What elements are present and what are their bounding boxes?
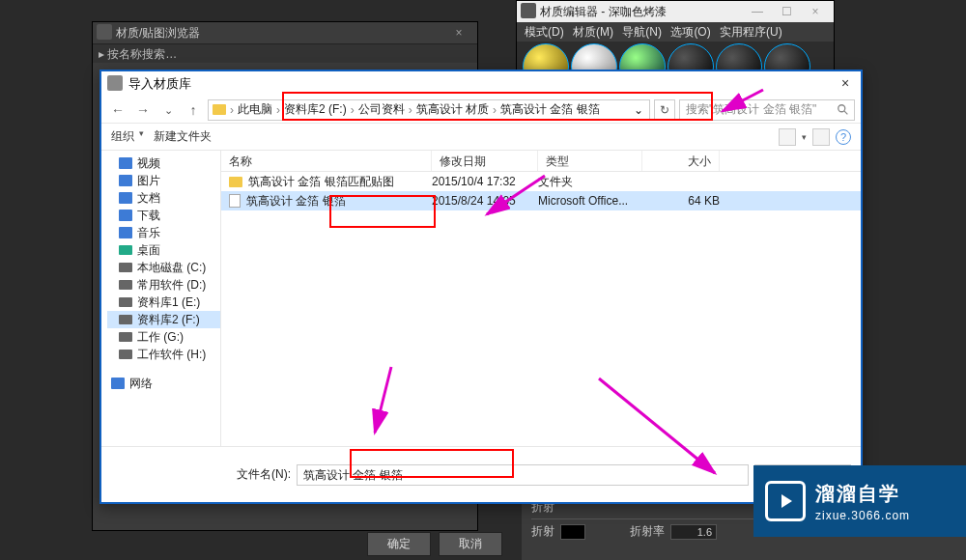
tree-item: 文档 <box>107 189 220 207</box>
drive-icon <box>119 263 132 272</box>
downloads-icon <box>119 210 132 221</box>
table-row[interactable]: 筑高设计 金箔 银箔匹配贴图 2015/10/4 17:32 文件夹 <box>221 172 861 191</box>
tree-item: 桌面 <box>107 241 220 259</box>
material-editor-menubar: 模式(D) 材质(M) 导航(N) 选项(O) 实用程序(U) <box>517 22 834 42</box>
tree-item-selected: 资料库2 (F:) <box>107 311 220 328</box>
maximize-icon[interactable]: ☐ <box>772 1 801 22</box>
dialog-titlebar: 导入材质库 × <box>101 71 861 97</box>
column-size[interactable]: 大小 <box>642 151 720 171</box>
watermark-line2: zixue.3066.com <box>815 509 910 522</box>
folder-tree[interactable]: 视频 图片 文档 下载 音乐 桌面 本地磁盘 (C:) 常用软件 (D:) 资料… <box>101 151 221 446</box>
app-icon <box>521 3 536 18</box>
breadcrumb-dropdown-icon[interactable]: ⌄ <box>628 103 649 117</box>
breadcrumb-segment[interactable]: 资料库2 (F:) <box>284 101 347 118</box>
material-browser-titlebar: 材质/贴图浏览器 × <box>93 22 477 43</box>
tree-item: 音乐 <box>107 224 220 241</box>
drive-icon <box>119 297 132 307</box>
tree-item: 常用软件 (D:) <box>107 276 220 294</box>
tree-item: 工作 (G:) <box>107 328 220 346</box>
search-placeholder: 搜索"筑高设计 金箔 银箔" <box>686 101 816 118</box>
tree-item: 工作软件 (H:) <box>107 346 220 363</box>
menu-navigation[interactable]: 导航(N) <box>622 25 662 39</box>
app-icon <box>107 75 123 91</box>
column-name[interactable]: 名称 <box>221 151 432 171</box>
tree-item: 本地磁盘 (C:) <box>107 259 220 276</box>
search-input[interactable]: 搜索"筑高设计 金箔 银箔" <box>679 99 855 121</box>
file-open-dialog: 导入材质库 × ← → ⌄ ↑ › 此电脑› 资料库2 (F:)› 公司资料› … <box>99 70 863 504</box>
file-list-header: 名称 修改日期 类型 大小 <box>221 151 861 172</box>
nav-back-button[interactable]: ← <box>107 99 128 121</box>
breadcrumb-segment[interactable]: 此电脑 <box>238 101 272 118</box>
dialog-title: 导入材质库 <box>128 76 191 91</box>
material-editor-window: 材质编辑器 - 深咖色烤漆 — ☐ × 模式(D) 材质(M) 导航(N) 选项… <box>516 0 835 71</box>
material-editor-title: 材质编辑器 - 深咖色烤漆 <box>540 5 667 18</box>
new-folder-button[interactable]: 新建文件夹 <box>154 128 212 145</box>
refraction-label: 折射 <box>531 523 554 540</box>
preview-pane-icon[interactable] <box>812 128 830 146</box>
drive-icon <box>119 332 132 342</box>
breadcrumb-segment[interactable]: 筑高设计 材质 <box>416 101 489 118</box>
document-icon <box>229 194 241 208</box>
ok-button[interactable]: 确定 <box>367 532 431 556</box>
breadcrumb-segment[interactable]: 公司资料 <box>358 101 405 118</box>
watermark: 溜溜自学 zixue.3066.com <box>753 465 966 537</box>
dialog-nav-bar: ← → ⌄ ↑ › 此电脑› 资料库2 (F:)› 公司资料› 筑高设计 材质›… <box>101 97 861 124</box>
music-icon <box>119 227 132 238</box>
menu-mode[interactable]: 模式(D) <box>525 25 564 39</box>
tree-item: 视频 <box>107 154 220 172</box>
parent-dialog-buttons: 确定 取消 <box>367 532 502 556</box>
close-icon[interactable]: × <box>444 22 473 43</box>
close-icon[interactable]: × <box>801 1 830 22</box>
refresh-button[interactable]: ↻ <box>654 99 675 121</box>
breadcrumb-segment[interactable]: 筑高设计 金箔 银箔 <box>500 101 600 118</box>
pictures-icon <box>119 175 132 186</box>
network-icon <box>111 378 125 389</box>
folder-icon <box>229 177 242 187</box>
drive-icon <box>119 350 132 359</box>
watermark-logo-icon <box>765 481 806 521</box>
minimize-icon[interactable]: — <box>743 1 772 22</box>
refraction-swatch[interactable] <box>560 524 585 540</box>
videos-icon <box>119 157 132 169</box>
menu-material[interactable]: 材质(M) <box>573 25 613 39</box>
drive-icon <box>119 315 132 324</box>
nav-up-button[interactable]: ↑ <box>183 99 204 121</box>
filename-input[interactable]: 筑高设计 金箔 银箔 <box>297 464 749 486</box>
desktop-icon <box>119 245 132 255</box>
tree-item: 资料库1 (E:) <box>107 294 220 311</box>
watermark-line1: 溜溜自学 <box>815 481 910 507</box>
menu-options[interactable]: 选项(O) <box>670 25 710 39</box>
ior-label: 折射率 <box>630 523 665 540</box>
drive-icon <box>119 280 132 290</box>
search-row: ▸ 按名称搜索… <box>93 43 477 63</box>
dialog-bottom-bar: 文件名(N): 筑高设计 金箔 银箔 材质库(*.mat) <box>101 446 861 502</box>
view-mode-icon[interactable] <box>779 128 796 146</box>
tree-item: 网络 <box>107 375 220 392</box>
material-browser-title: 材质/贴图浏览器 <box>116 26 200 40</box>
material-browser-search[interactable]: 按名称搜索… <box>107 47 177 61</box>
material-editor-titlebar: 材质编辑器 - 深咖色烤漆 — ☐ × <box>517 1 834 22</box>
organize-menu[interactable]: 组织 <box>111 128 144 145</box>
table-row-selected[interactable]: 筑高设计 金箔 银箔 2015/8/24 14:05 Microsoft Off… <box>221 191 861 210</box>
ior-spinner[interactable]: 1.6 <box>670 524 717 540</box>
tree-item: 下载 <box>107 207 220 224</box>
tree-item: 图片 <box>107 172 220 189</box>
help-icon[interactable]: ? <box>836 129 851 145</box>
menu-utilities[interactable]: 实用程序(U) <box>720 25 782 39</box>
svg-line-1 <box>844 110 848 114</box>
search-icon <box>837 103 850 117</box>
nav-forward-button[interactable]: → <box>132 99 154 121</box>
breadcrumb[interactable]: › 此电脑› 资料库2 (F:)› 公司资料› 筑高设计 材质› 筑高设计 金箔… <box>208 99 650 121</box>
app-icon <box>97 24 112 40</box>
cancel-button[interactable]: 取消 <box>439 532 502 556</box>
filename-label: 文件名(N): <box>237 466 291 483</box>
column-type[interactable]: 类型 <box>538 151 642 171</box>
close-icon[interactable]: × <box>836 73 855 93</box>
file-list: 名称 修改日期 类型 大小 筑高设计 金箔 银箔匹配贴图 2015/10/4 1… <box>221 151 861 446</box>
nav-dropdown-icon[interactable]: ⌄ <box>157 99 179 121</box>
folder-icon <box>213 104 226 115</box>
svg-point-0 <box>838 104 845 111</box>
dialog-toolbar: 组织 新建文件夹 ▾ ? <box>101 124 861 151</box>
column-date[interactable]: 修改日期 <box>432 151 538 171</box>
documents-icon <box>119 192 132 204</box>
